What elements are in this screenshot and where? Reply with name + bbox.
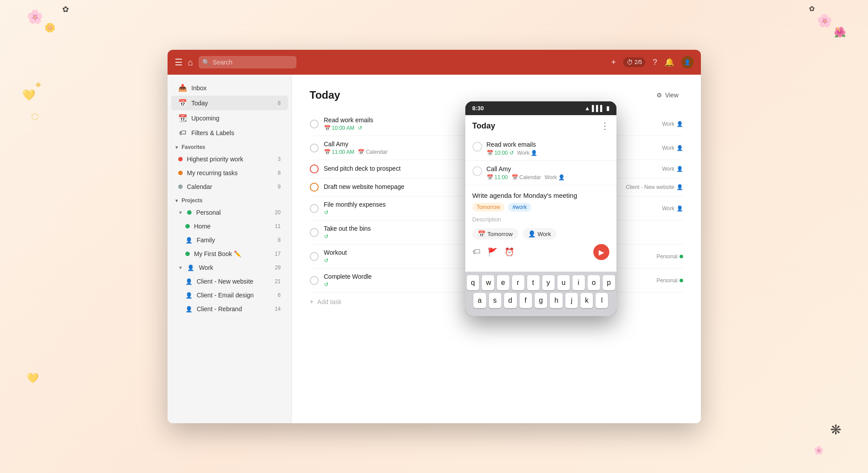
label-icon[interactable]: 🏷: [472, 247, 480, 257]
key-o[interactable]: o: [588, 275, 600, 290]
mobile-time: 8:30: [472, 105, 484, 112]
task-checkbox-8[interactable]: [310, 276, 319, 285]
mobile-task-1[interactable]: Read work emails 📅 10:00 ↺ Work 👤: [465, 136, 616, 161]
mobile-task-1-body: Read work emails 📅 10:00 ↺ Work 👤: [487, 141, 538, 156]
flag-icon[interactable]: 🚩: [488, 247, 497, 257]
key-q[interactable]: q: [467, 275, 479, 290]
qa-meta-row: 📅 Tomorrow 👤 Work: [472, 228, 609, 240]
topbar-right: + ⏱ 2/5 ? 🔔 👤: [611, 56, 693, 68]
qa-date-pill[interactable]: 📅 Tomorrow: [472, 228, 518, 240]
mobile-more-icon[interactable]: ⋮: [600, 120, 609, 131]
mobile-status-bar: 8:30 ▲ ▌▌▌ ▮: [465, 101, 616, 115]
task-time-1: 📅 10:00 AM: [324, 125, 355, 131]
wifi-icon: ▲: [584, 105, 590, 112]
sidebar-item-home[interactable]: Home 11: [178, 220, 288, 233]
mobile-task-2[interactable]: Call Amy 📅 11:00 📅 Calendar: [465, 161, 616, 185]
home-icon[interactable]: ⌂: [188, 57, 193, 68]
task-checkbox-3[interactable]: [310, 164, 319, 173]
sidebar-item-work[interactable]: ▼ 👤 Work 29: [171, 261, 288, 274]
mobile-keyboard: q w e r t y u i o p a s d: [465, 272, 616, 316]
key-g[interactable]: g: [535, 293, 548, 308]
tag-hash-work: #work: [508, 203, 531, 212]
qa-assign-pill[interactable]: 👤 Work: [523, 228, 556, 240]
mobile-task-2-name: Call Amy: [487, 165, 565, 172]
mobile-task-cb-1[interactable]: [472, 142, 482, 152]
menu-icon[interactable]: ☰: [175, 57, 183, 68]
key-i[interactable]: i: [572, 275, 585, 290]
projects-section[interactable]: ▼ Projects: [168, 194, 292, 205]
mobile-recurring-icon-1: ↺: [509, 150, 514, 156]
mobile-card: 8:30 ▲ ▌▌▌ ▮ Today ⋮: [465, 101, 616, 316]
karma-value: 2/5: [635, 59, 642, 65]
key-f[interactable]: f: [520, 293, 532, 308]
key-t[interactable]: t: [527, 275, 540, 290]
key-u[interactable]: u: [557, 275, 570, 290]
task-checkbox-1[interactable]: [310, 120, 319, 128]
help-icon[interactable]: ?: [652, 58, 657, 67]
key-d[interactable]: d: [504, 293, 517, 308]
sidebar-item-highest-priority[interactable]: Highest priority work 3: [171, 152, 288, 166]
view-button[interactable]: ⚙ View: [652, 89, 683, 101]
send-button[interactable]: ▶: [593, 244, 609, 260]
sidebar-item-today[interactable]: 📅 Today 8: [171, 96, 288, 110]
client-email-design-icon: 👤: [185, 292, 192, 299]
key-p[interactable]: p: [603, 275, 615, 290]
sidebar-item-client-rebrand[interactable]: 👤 Client - Rebrand 14: [178, 302, 288, 316]
key-h[interactable]: h: [550, 293, 563, 308]
key-j[interactable]: j: [565, 293, 578, 308]
sidebar-item-inbox[interactable]: 📥 Inbox: [171, 80, 288, 95]
sidebar-item-calendar[interactable]: Calendar 9: [171, 180, 288, 193]
upcoming-icon: 📆: [178, 114, 187, 122]
sidebar-item-upcoming[interactable]: 📆 Upcoming: [171, 111, 288, 125]
personal-dot-tag-8: [680, 279, 683, 282]
task-checkbox-6[interactable]: [310, 228, 319, 237]
key-e[interactable]: e: [497, 275, 509, 290]
filters-icon: 🏷: [178, 129, 187, 137]
content-area: Today ⚙ View Read work emails 📅 1: [292, 75, 701, 423]
mobile-task-2-time: 📅 11:00: [487, 174, 508, 180]
key-y[interactable]: y: [542, 275, 555, 290]
task-time-icon-2: 📅: [324, 149, 331, 155]
sidebar-item-client-email-design[interactable]: 👤 Client - Email design 6: [178, 289, 288, 302]
mobile-app-header: Today ⋮: [465, 115, 616, 136]
tag-tomorrow[interactable]: Tomorrow: [472, 203, 505, 212]
user-avatar[interactable]: 👤: [681, 56, 694, 68]
mobile-task-2-body: Call Amy 📅 11:00 📅 Calendar: [487, 165, 565, 180]
mobile-task-cb-2[interactable]: [472, 166, 482, 176]
keyboard-row-1: q w e r t y u i o p: [467, 275, 615, 290]
add-button[interactable]: +: [611, 58, 616, 67]
sidebar-item-personal[interactable]: ▼ Personal 20: [171, 206, 288, 219]
key-l[interactable]: l: [596, 293, 608, 308]
task-checkbox-7[interactable]: [310, 252, 319, 261]
task-recurring-6: ↺: [324, 233, 328, 240]
sidebar-item-family[interactable]: 👤 Family 8: [178, 233, 288, 247]
key-w[interactable]: w: [482, 275, 494, 290]
task-checkbox-2[interactable]: [310, 144, 319, 152]
quick-add-description[interactable]: Description: [472, 216, 609, 223]
notifications-icon[interactable]: 🔔: [664, 57, 674, 67]
book-dot: [185, 252, 190, 256]
search-input[interactable]: [199, 56, 296, 68]
sidebar-item-filters[interactable]: 🏷 Filters & Labels: [171, 126, 288, 140]
mobile-time-icon-1: 📅: [487, 150, 493, 156]
work-person-icon: 👤: [187, 265, 194, 271]
key-k[interactable]: k: [580, 293, 593, 308]
key-a[interactable]: a: [473, 293, 486, 308]
topbar: ☰ ⌂ 🔍 + ⏱ 2/5 ? 🔔 👤: [168, 50, 701, 75]
battery-icon: ▮: [606, 105, 609, 112]
mobile-task-2-proj: Work 👤: [544, 174, 565, 180]
sidebar-item-client-new-website[interactable]: 👤 Client - New website 21: [178, 275, 288, 288]
task-checkbox-4[interactable]: [310, 183, 319, 192]
sidebar-item-recurring-tasks[interactable]: My recurring tasks 8: [171, 166, 288, 180]
work-person-tag-icon-1: 👤: [676, 121, 683, 127]
key-r[interactable]: r: [512, 275, 524, 290]
favorites-section[interactable]: ▼ Favorites: [168, 140, 292, 152]
main-layout: 📥 Inbox 📅 Today 8 📆 Upcoming 🏷 Filters &…: [168, 75, 701, 423]
key-s[interactable]: s: [489, 293, 501, 308]
task-checkbox-5[interactable]: [310, 204, 319, 213]
app-window: ☰ ⌂ 🔍 + ⏱ 2/5 ? 🔔 👤 📥: [168, 50, 701, 423]
task-tag-7: Personal: [656, 253, 683, 260]
reminder-icon[interactable]: ⏰: [504, 247, 514, 257]
sidebar-item-my-first-book[interactable]: My First Book ✏️ 17: [178, 247, 288, 261]
mobile-task-1-name: Read work emails: [487, 141, 538, 148]
